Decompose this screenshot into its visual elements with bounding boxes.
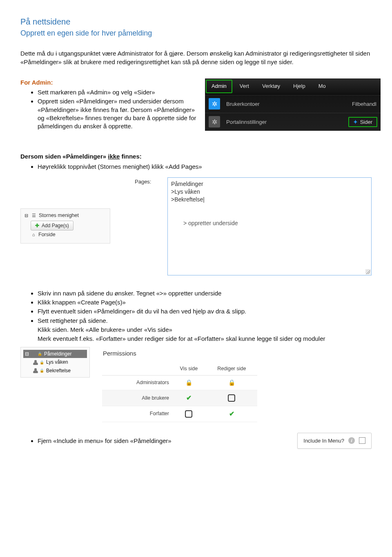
person-icon (33, 360, 39, 365)
tree-root[interactable]: Stornes menighet (39, 212, 79, 219)
check-icon[interactable] (186, 396, 192, 401)
admin-bullet: Opprett siden «Påmeldinger» med undersid… (38, 97, 200, 130)
after-bullet: Klikk knappen «Create Page(s)» (38, 298, 372, 306)
plus-icon: ✦ (353, 119, 358, 126)
pages-line: Påmeldinger (171, 180, 368, 188)
collapse-icon[interactable]: ⊟ (23, 213, 29, 218)
pages-note: > oppretter underside (183, 219, 368, 227)
include-in-menu-box: Include In Menu? i (297, 433, 372, 449)
perm-tree-child[interactable]: 🔒 Lys våken (23, 358, 87, 366)
sider-label: Sider (360, 119, 372, 126)
check-icon[interactable] (229, 412, 234, 417)
add-pages-button[interactable]: ✚ Add Page(s) (31, 221, 74, 230)
perm-col-vis: Vis side (172, 362, 206, 376)
tree-child[interactable]: Forside (38, 231, 56, 238)
checkbox[interactable] (185, 410, 192, 418)
resize-handle[interactable] (365, 269, 370, 274)
admin-menu-screenshot: Admin Vert Verktøy Hjelp Mo ✲ Brukerkont… (205, 78, 381, 131)
intro-paragraph: Dette må du i utgangspunktet være Admini… (20, 49, 372, 66)
not-found-heading: Dersom siden «Påmeldinger» ikke finnes: (20, 152, 372, 161)
perm-tree-root[interactable]: ⊟ 🔒 Påmeldinger (23, 350, 87, 358)
after-note: Merk eventuelt f.eks. «Forfatter» under … (38, 335, 372, 343)
pages-line: >Lys våken (171, 188, 368, 196)
gear-icon: ✲ (209, 98, 220, 110)
pages-icon: ☰ (31, 213, 37, 218)
after-bullet: Sett rettigheter på sidene. (38, 317, 372, 325)
submenu-portalinnstillinger[interactable]: Portalinnstillinger (224, 119, 348, 126)
admin-bullet: Sett markøren på «Admin» og velg «Sider» (38, 88, 200, 96)
submenu-filbehandling[interactable]: Filbehandl (350, 101, 381, 108)
nav-hjelp[interactable]: Hjelp (287, 78, 312, 94)
checkbox[interactable] (228, 394, 235, 402)
pages-label: Pages: (135, 177, 159, 186)
permissions-panel: Permissions Vis side Rediger side Admini… (102, 347, 257, 422)
after-bullet: Flytt eventuelt siden «Påmeldinger» dit … (38, 307, 372, 315)
permissions-title: Permissions (102, 347, 257, 362)
not-found-bullet: Høyreklikk toppnivået (Stornes menighet)… (38, 163, 372, 171)
perm-row-label: Administrators (102, 376, 172, 390)
perm-row-label: Alle brukere (102, 390, 172, 406)
nav-admin[interactable]: Admin (206, 80, 232, 93)
heading-1: På nettsidene (20, 16, 372, 27)
after-bullet: Skriv inn navn på sidene du ønsker. Tegn… (38, 289, 372, 298)
nav-verktoy[interactable]: Verktøy (256, 78, 287, 94)
perm-tree-child[interactable]: 🔒 Bekreftelse (23, 367, 87, 375)
person-icon (31, 351, 37, 356)
page-tree-screenshot: ⊟ ☰ Stornes menighet ✚ Add Page(s) ⌂ For… (20, 208, 110, 244)
pages-textarea[interactable]: Påmeldinger >Lys våken >Bekreftelse| > o… (167, 177, 372, 275)
nav-more[interactable]: Mo (312, 78, 332, 94)
include-label: Include In Menu? (303, 437, 344, 445)
lock-icon: 🔒 (185, 379, 192, 386)
info-icon[interactable]: i (348, 437, 355, 444)
heading-2: Opprett en egen side for hver påmelding (20, 28, 372, 38)
include-checkbox[interactable] (359, 437, 365, 444)
lock-icon: 🔒 (228, 379, 235, 386)
nav-vert[interactable]: Vert (233, 78, 256, 94)
after-note: Klikk siden. Merk «Alle brukere» under «… (38, 326, 372, 334)
person-icon (33, 368, 39, 373)
home-icon: ⌂ (31, 232, 36, 237)
pages-line: >Bekreftelse| (171, 196, 368, 204)
permissions-tree-screenshot: ⊟ 🔒 Påmeldinger 🔒 Lys våken 🔒 Bekreftels… (20, 347, 90, 378)
final-bullet: Fjern «Include in menu» for siden «Påmel… (38, 437, 273, 445)
submenu-brukerkontoer[interactable]: Brukerkontoer (224, 101, 350, 108)
perm-row-label: Forfatter (102, 406, 172, 422)
plus-icon: ✚ (35, 222, 39, 229)
submenu-sider[interactable]: ✦ Sider (348, 117, 377, 128)
gear-icon: ✲ (209, 116, 220, 128)
for-admin-label: For Admin: (20, 78, 200, 87)
perm-col-rediger: Rediger side (206, 362, 257, 376)
